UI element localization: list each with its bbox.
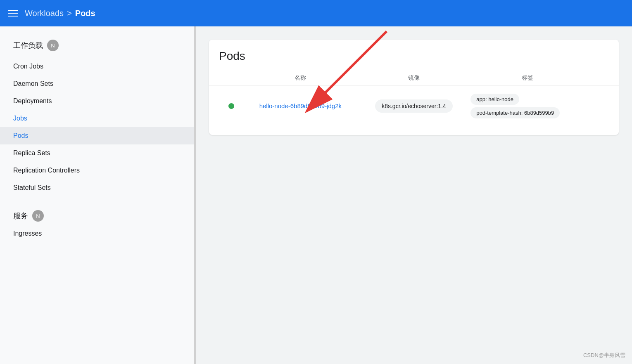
pods-card: Pods 名称 镜像 标签 hello-node-6b89d599b9-jdg2… [209, 40, 619, 135]
sidebar-workloads-title: 工作负载 [13, 40, 43, 50]
sidebar-section-services: 服务 N [0, 203, 194, 225]
namespace-badge: N [47, 40, 59, 51]
status-dot-running [228, 103, 234, 109]
col-image: 镜像 [357, 74, 471, 82]
card-title: Pods [209, 50, 619, 71]
main-layout: 工作负载 N Cron Jobs Daemon Sets Deployments… [0, 26, 632, 364]
breadcrumb-separator: > [67, 9, 72, 18]
pod-name-cell: hello-node-6b89d599b9-jdg2k [244, 102, 357, 110]
sidebar-item-ingresses[interactable]: Ingresses [0, 225, 194, 242]
breadcrumb-current: Pods [75, 9, 95, 18]
col-extra [584, 74, 609, 82]
sidebar-item-cronjobs[interactable]: Cron Jobs [0, 58, 194, 75]
breadcrumb: Workloads > Pods [25, 9, 95, 18]
sidebar: 工作负载 N Cron Jobs Daemon Sets Deployments… [0, 26, 194, 364]
app-header: Workloads > Pods [0, 0, 632, 26]
pod-link[interactable]: hello-node-6b89d599b9-jdg2k [259, 102, 342, 109]
sidebar-item-replicationcontrollers[interactable]: Replication Controllers [0, 162, 194, 179]
main-content: Pods 名称 镜像 标签 hello-node-6b89d599b9-jdg2… [196, 26, 632, 364]
sidebar-item-daemonsets[interactable]: Daemon Sets [0, 75, 194, 92]
namespace-badge-2: N [32, 210, 44, 222]
image-badge: k8s.gcr.io/echoserver:1.4 [375, 99, 453, 113]
image-cell: k8s.gcr.io/echoserver:1.4 [357, 99, 471, 113]
status-indicator [219, 103, 244, 109]
menu-button[interactable] [8, 10, 18, 17]
col-name: 名称 [244, 74, 357, 82]
sidebar-item-statefulsets[interactable]: Stateful Sets [0, 179, 194, 196]
tag-badge-app: app: hello-node [470, 94, 519, 105]
sidebar-item-pods[interactable]: Pods [0, 127, 194, 144]
table-header: 名称 镜像 标签 [209, 71, 619, 85]
table-row: hello-node-6b89d599b9-jdg2k k8s.gcr.io/e… [209, 87, 619, 125]
watermark: CSDN@半身风雪 [583, 352, 625, 359]
col-status [219, 74, 244, 82]
sidebar-section-workloads: 工作负载 N [0, 36, 194, 58]
tag-badge-hash: pod-template-hash: 6b89d599b9 [470, 107, 560, 118]
col-tags: 标签 [470, 74, 584, 82]
sidebar-services-title: 服务 [13, 211, 28, 221]
sidebar-divider [0, 200, 194, 200]
tags-cell: app: hello-node pod-template-hash: 6b89d… [470, 94, 584, 118]
sidebar-item-jobs[interactable]: Jobs [0, 110, 194, 127]
sidebar-item-deployments[interactable]: Deployments [0, 92, 194, 110]
breadcrumb-workloads[interactable]: Workloads [25, 9, 64, 18]
sidebar-item-replicasets[interactable]: Replica Sets [0, 144, 194, 162]
